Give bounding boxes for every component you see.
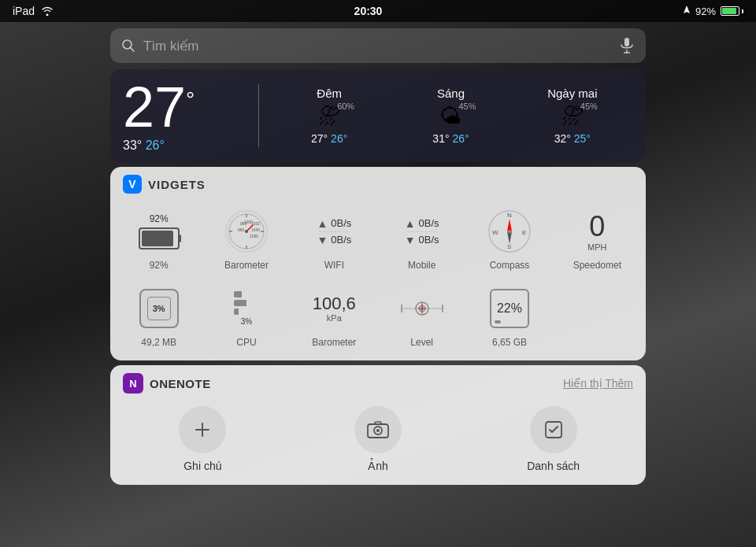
show-more-link[interactable]: Hiển thị Thêm bbox=[563, 377, 633, 390]
svg-point-26 bbox=[508, 230, 511, 233]
onenote-header: N ONENOTE Hiển thị Thêm bbox=[110, 365, 646, 400]
onenote-action-note[interactable]: Ghi chú bbox=[123, 406, 283, 472]
widget-barometer2-icon-area: 100,6 kPa bbox=[309, 283, 359, 334]
battery-indicator bbox=[721, 6, 743, 16]
widget-level-label: Level bbox=[410, 337, 433, 348]
onenote-action-photo[interactable]: Ảnh bbox=[298, 406, 458, 472]
widget-barometer1-label: Barometer bbox=[224, 260, 269, 271]
search-placeholder[interactable]: Tìm kiếm bbox=[143, 38, 611, 54]
memory-chip-icon: 3% bbox=[139, 289, 179, 328]
status-bar: iPad 20:30 92% bbox=[0, 0, 756, 22]
onenote-icon: N bbox=[123, 373, 143, 394]
widget-memory-icon-area: 3% bbox=[134, 283, 184, 334]
forecast-tomorrow: Ngày mai ⛈ 45% 32° 25° bbox=[533, 87, 612, 145]
current-temp: 27° bbox=[123, 79, 249, 135]
onenote-actions: Ghi chú Ảnh bbox=[110, 400, 646, 485]
svg-line-1 bbox=[131, 48, 135, 52]
svg-point-39 bbox=[376, 429, 380, 432]
widget-compass: N S W E Compass bbox=[467, 201, 551, 275]
widget-barometer1: 1000 1020 1040 1060 980 960 Barometer bbox=[204, 201, 288, 275]
note-button[interactable] bbox=[179, 406, 226, 453]
forecast-tomorrow-temps: 32° 25° bbox=[554, 132, 591, 145]
vidgets-title: VIDGETS bbox=[148, 178, 206, 191]
widget-memory-label: 49,2 MB bbox=[141, 337, 176, 348]
widget-storage-icon-area: 22% bbox=[484, 283, 535, 334]
forecast-morning-temps: 31° 26° bbox=[432, 132, 469, 145]
widget-mobile-icon-area: ▲ 0B/s ▼ 0B/s bbox=[397, 206, 447, 257]
photo-button[interactable] bbox=[354, 406, 402, 453]
onenote-header-left: N ONENOTE bbox=[123, 373, 211, 394]
weather-widget: 27° 33° 26° Đêm ⛈ 60% 27° 26° Sáng bbox=[110, 69, 646, 162]
widget-battery-label: 92% bbox=[150, 260, 169, 271]
list-action-label: Danh sách bbox=[527, 460, 580, 472]
cpu-bars-icon: 3% bbox=[234, 291, 259, 326]
list-button[interactable] bbox=[530, 406, 577, 453]
vidgets-header: V VIDGETS bbox=[110, 167, 646, 198]
widget-storage-label: 6,65 GB bbox=[492, 337, 527, 348]
widget-wifi-icon-area: ▲ 0B/s ▼ 0B/s bbox=[309, 206, 359, 257]
onenote-widget: N ONENOTE Hiển thị Thêm Ghi chú bbox=[110, 365, 646, 485]
widget-level: Level bbox=[380, 279, 464, 353]
search-icon bbox=[121, 39, 135, 53]
widget-compass-icon-area: N S W E bbox=[484, 206, 535, 257]
search-bar[interactable]: Tìm kiếm bbox=[110, 28, 646, 63]
widget-barometer2: 100,6 kPa Barometer bbox=[292, 279, 376, 353]
vidgets-icon: V bbox=[123, 175, 142, 194]
status-right: 92% bbox=[683, 6, 743, 17]
mic-icon[interactable] bbox=[619, 37, 635, 54]
widget-wifi: ▲ 0B/s ▼ 0B/s WIFI bbox=[292, 201, 376, 275]
widget-cpu-icon-area: 3% bbox=[221, 283, 272, 334]
svg-text:980: 980 bbox=[240, 221, 247, 226]
svg-text:1040: 1040 bbox=[251, 227, 260, 232]
location-icon bbox=[683, 6, 691, 17]
widget-barometer2-label: Barometer bbox=[312, 337, 356, 348]
photo-action-label: Ảnh bbox=[368, 460, 388, 472]
svg-text:N: N bbox=[507, 212, 512, 219]
svg-text:W: W bbox=[492, 229, 498, 236]
svg-rect-2 bbox=[624, 38, 629, 46]
widget-barometer1-icon-area: 1000 1020 1040 1060 980 960 bbox=[221, 206, 272, 257]
mobile-speed: ▲ 0B/s ▼ 0B/s bbox=[405, 217, 439, 246]
widget-speedometer-icon-area: 0 MPH bbox=[572, 206, 622, 257]
widget-speedometer-label: Speedomet bbox=[573, 260, 621, 271]
main-content: Tìm kiếm 27° 33° 26° Đêm ⛈ bbox=[0, 22, 756, 547]
weather-divider bbox=[258, 84, 259, 147]
widget-battery: 92% 92% bbox=[117, 201, 201, 275]
forecast-morning: Sáng 🌤 45% 31° 26° bbox=[411, 87, 490, 145]
widget-storage: 22% 6,65 GB bbox=[467, 279, 551, 353]
widget-level-icon-area bbox=[397, 283, 447, 334]
wifi-speed: ▲ 0B/s ▼ 0B/s bbox=[317, 217, 351, 246]
battery-percent: 92% bbox=[695, 6, 716, 17]
note-action-label: Ghi chú bbox=[183, 460, 221, 472]
forecast-night-temps: 27° 26° bbox=[311, 132, 347, 145]
svg-text:960: 960 bbox=[238, 227, 245, 232]
weather-minmax: 33° 26° bbox=[123, 139, 249, 153]
onenote-title: ONENOTE bbox=[150, 377, 211, 390]
vidgets-grid: 92% 92% bbox=[110, 198, 646, 360]
weather-forecast: Đêm ⛈ 60% 27° 26° Sáng 🌤 45% 31° 26° bbox=[269, 87, 633, 145]
svg-marker-25 bbox=[507, 231, 512, 244]
onenote-action-list[interactable]: Danh sách bbox=[473, 406, 633, 472]
forecast-night: Đêm ⛈ 60% 27° 26° bbox=[290, 87, 369, 145]
weather-current: 27° 33° 26° bbox=[123, 79, 249, 153]
widget-memory: 3% 49,2 MB bbox=[117, 279, 201, 353]
widget-cpu-label: CPU bbox=[236, 337, 256, 348]
svg-point-18 bbox=[245, 230, 248, 233]
widget-compass-label: Compass bbox=[490, 260, 530, 271]
svg-text:1060: 1060 bbox=[250, 234, 258, 238]
vidgets-widget: V VIDGETS 92% 92% bbox=[110, 167, 646, 360]
storage-icon: 22% bbox=[490, 289, 529, 328]
widget-battery-icon-area: 92% bbox=[134, 206, 184, 257]
device-label: iPad bbox=[13, 5, 35, 17]
widget-mobile: ▲ 0B/s ▼ 0B/s Mobile bbox=[380, 201, 464, 275]
svg-text:S: S bbox=[507, 243, 511, 250]
status-time: 20:30 bbox=[354, 5, 383, 17]
svg-point-34 bbox=[419, 305, 425, 312]
widget-cpu: 3% CPU bbox=[204, 279, 288, 353]
widget-wifi-label: WIFI bbox=[324, 260, 344, 271]
wifi-icon bbox=[41, 6, 54, 16]
svg-text:E: E bbox=[522, 229, 526, 236]
svg-marker-24 bbox=[507, 219, 512, 231]
status-left: iPad bbox=[13, 5, 54, 17]
widget-speedometer: 0 MPH Speedomet bbox=[555, 201, 639, 275]
